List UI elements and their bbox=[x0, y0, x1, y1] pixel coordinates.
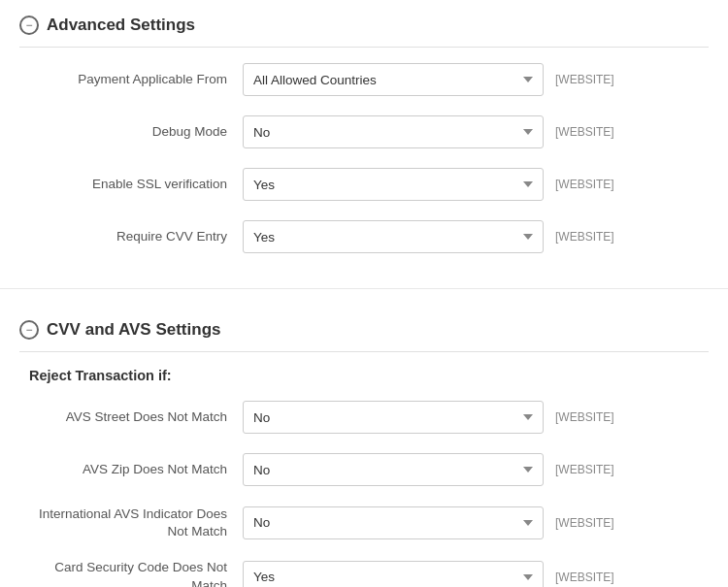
avs-street-badge: [WEBSITE] bbox=[555, 410, 614, 424]
reject-transaction-subtitle: Reject Transaction if: bbox=[19, 368, 709, 383]
cvv-avs-collapse-icon[interactable]: − bbox=[19, 320, 39, 340]
ssl-verification-label: Enable SSL verification bbox=[29, 176, 243, 194]
ssl-verification-row: Enable SSL verification Yes No [WEBSITE] bbox=[19, 168, 709, 201]
debug-mode-control: No Yes [WEBSITE] bbox=[243, 115, 699, 148]
intl-avs-row: International AVS Indicator Does Not Mat… bbox=[19, 505, 709, 539]
require-cvv-select[interactable]: Yes No bbox=[243, 220, 544, 253]
card-security-select[interactable]: Yes No bbox=[243, 561, 544, 587]
payment-applicable-select[interactable]: All Allowed Countries Specific Countries bbox=[243, 63, 544, 96]
debug-mode-label: Debug Mode bbox=[29, 123, 243, 142]
require-cvv-badge: [WEBSITE] bbox=[555, 230, 614, 244]
card-security-label: Card Security Code Does Not Match bbox=[29, 559, 243, 587]
section-divider bbox=[0, 288, 728, 289]
ssl-verification-badge: [WEBSITE] bbox=[555, 178, 614, 191]
advanced-settings-title: Advanced Settings bbox=[47, 16, 195, 35]
cvv-avs-header: − CVV and AVS Settings bbox=[19, 320, 709, 352]
payment-applicable-label: Payment Applicable From bbox=[29, 71, 243, 89]
require-cvv-row: Require CVV Entry Yes No [WEBSITE] bbox=[19, 220, 709, 253]
require-cvv-label: Require CVV Entry bbox=[29, 228, 243, 246]
card-security-badge: [WEBSITE] bbox=[555, 571, 614, 584]
cvv-avs-section: − CVV and AVS Settings Reject Transactio… bbox=[0, 305, 728, 587]
cvv-avs-title: CVV and AVS Settings bbox=[47, 320, 220, 340]
avs-zip-row: AVS Zip Does Not Match No Yes [WEBSITE] bbox=[19, 453, 709, 486]
advanced-settings-section: − Advanced Settings Payment Applicable F… bbox=[0, 0, 728, 280]
intl-avs-badge: [WEBSITE] bbox=[555, 516, 614, 530]
payment-applicable-row: Payment Applicable From All Allowed Coun… bbox=[19, 63, 709, 96]
ssl-verification-select[interactable]: Yes No bbox=[243, 168, 544, 201]
debug-mode-row: Debug Mode No Yes [WEBSITE] bbox=[19, 115, 709, 148]
payment-applicable-badge: [WEBSITE] bbox=[555, 73, 614, 86]
card-security-control: Yes No [WEBSITE] bbox=[243, 561, 699, 587]
avs-street-select[interactable]: No Yes bbox=[243, 401, 544, 434]
avs-street-control: No Yes [WEBSITE] bbox=[243, 401, 699, 434]
intl-avs-select[interactable]: No Yes bbox=[243, 506, 544, 539]
debug-mode-select[interactable]: No Yes bbox=[243, 115, 544, 148]
intl-avs-label: International AVS Indicator Does Not Mat… bbox=[29, 505, 243, 539]
card-security-row: Card Security Code Does Not Match Yes No… bbox=[19, 559, 709, 587]
intl-avs-control: No Yes [WEBSITE] bbox=[243, 506, 699, 539]
debug-mode-badge: [WEBSITE] bbox=[555, 125, 614, 139]
avs-zip-label: AVS Zip Does Not Match bbox=[29, 461, 243, 479]
avs-zip-badge: [WEBSITE] bbox=[555, 463, 614, 476]
advanced-settings-collapse-icon[interactable]: − bbox=[19, 16, 39, 35]
avs-zip-control: No Yes [WEBSITE] bbox=[243, 453, 699, 486]
require-cvv-control: Yes No [WEBSITE] bbox=[243, 220, 699, 253]
avs-street-row: AVS Street Does Not Match No Yes [WEBSIT… bbox=[19, 401, 709, 434]
avs-zip-select[interactable]: No Yes bbox=[243, 453, 544, 486]
avs-street-label: AVS Street Does Not Match bbox=[29, 408, 243, 427]
ssl-verification-control: Yes No [WEBSITE] bbox=[243, 168, 699, 201]
advanced-settings-header: − Advanced Settings bbox=[19, 16, 709, 48]
payment-applicable-control: All Allowed Countries Specific Countries… bbox=[243, 63, 699, 96]
